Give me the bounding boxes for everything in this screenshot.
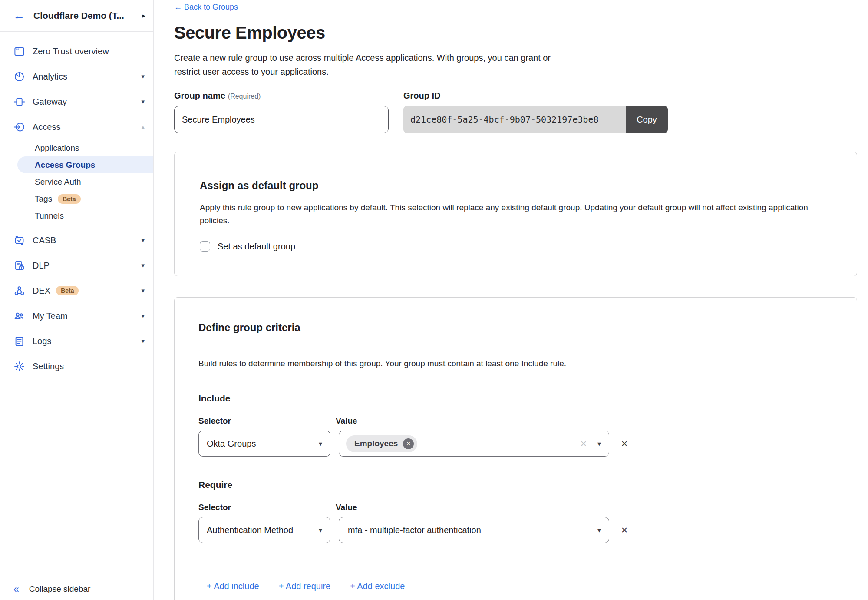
logs-icon (13, 335, 25, 347)
sidebar-item-settings[interactable]: Settings (0, 354, 153, 379)
require-value-dropdown[interactable]: mfa - multiple-factor authentication ▾ (339, 517, 609, 543)
sidebar-item-tags[interactable]: Tags Beta (0, 190, 153, 207)
collapse-sidebar-icon: « (13, 584, 19, 594)
remove-include-rule-icon[interactable]: ✕ (621, 439, 628, 449)
group-name-field: Group name(Required) (174, 91, 389, 133)
sidebar-item-label: CASB (33, 235, 141, 245)
set-default-group-checkbox[interactable] (200, 241, 210, 252)
add-rule-links: + Add include + Add require + Add exclud… (198, 581, 832, 591)
default-group-card-title: Assign as default group (200, 179, 832, 192)
sidebar-item-dlp[interactable]: DLP ▾ (0, 253, 153, 278)
sidebar-item-casb[interactable]: CASB ▾ (0, 228, 153, 253)
required-hint: (Required) (228, 93, 261, 100)
sidebar-item-label: DLP (33, 261, 141, 271)
group-name-id-row: Group name(Required) Group ID d21ce80f-5… (174, 91, 868, 133)
require-selector-dropdown[interactable]: Authentication Method ▾ (198, 517, 330, 543)
sidebar-header: ← Cloudflare Demo (T... ▸ (0, 0, 153, 32)
main-content: ← Back to Groups Secure Employees Create… (154, 0, 868, 600)
org-name[interactable]: Cloudflare Demo (T... (33, 10, 142, 21)
add-exclude-link[interactable]: + Add exclude (350, 581, 405, 591)
require-value: mfa - multiple-factor authentication (347, 525, 597, 535)
include-selector-dropdown[interactable]: Okta Groups ▾ (198, 431, 330, 457)
add-include-link[interactable]: + Add include (207, 581, 259, 591)
group-name-label-text: Group name (174, 91, 225, 100)
back-to-groups-link[interactable]: ← Back to Groups (174, 3, 238, 12)
access-icon (13, 121, 25, 133)
employees-chip-remove-icon[interactable]: ✕ (403, 438, 414, 449)
chevron-down-icon[interactable]: ▾ (141, 337, 145, 345)
sidebar-nav: Zero Trust overview Analytics ▾ Gateway … (0, 32, 153, 383)
clear-values-icon[interactable]: ✕ (580, 439, 587, 449)
sidebar-item-label: Settings (33, 361, 145, 371)
casb-icon (13, 235, 25, 246)
beta-badge: Beta (58, 194, 80, 204)
sidebar-item-access-groups[interactable]: Access Groups (17, 156, 153, 173)
access-sub-list: Applications Access Groups Service Auth … (0, 139, 153, 224)
add-require-link[interactable]: + Add require (279, 581, 331, 591)
include-rule-row: Okta Groups ▾ Employees ✕ ✕ ▾ ✕ (198, 431, 832, 457)
chevron-down-icon: ▾ (319, 526, 322, 534)
sidebar-item-access[interactable]: Access ▴ (0, 114, 153, 139)
selector-label: Selector (198, 502, 231, 512)
sidebar-item-applications[interactable]: Applications (0, 139, 153, 156)
chevron-down-icon[interactable]: ▾ (141, 312, 145, 320)
remove-require-rule-icon[interactable]: ✕ (621, 525, 628, 535)
sidebar-item-label: DEX (33, 286, 50, 296)
chevron-down-icon: ▾ (597, 526, 601, 534)
my-team-icon (13, 310, 25, 322)
chevron-down-icon[interactable]: ▾ (141, 73, 145, 80)
sidebar-item-zero-trust-overview[interactable]: Zero Trust overview (0, 39, 153, 64)
sidebar-item-dex[interactable]: DEX Beta ▾ (0, 278, 153, 303)
collapse-sidebar-label: Collapse sidebar (29, 584, 91, 594)
page-title: Secure Employees (174, 22, 868, 43)
dlp-icon (13, 260, 25, 272)
selector-label: Selector (198, 416, 231, 426)
beta-badge: Beta (56, 286, 79, 295)
require-labels: Selector Value (198, 502, 832, 512)
sidebar-item-gateway[interactable]: Gateway ▾ (0, 89, 153, 114)
criteria-card-title: Define group criteria (198, 321, 832, 334)
chevron-down-icon[interactable]: ▾ (141, 262, 145, 269)
employees-chip: Employees ✕ (346, 435, 417, 452)
sidebar-divider (0, 383, 153, 383)
group-name-label: Group name(Required) (174, 91, 389, 101)
include-value-multiselect[interactable]: Employees ✕ ✕ ▾ (339, 431, 609, 457)
employees-chip-label: Employees (354, 439, 398, 448)
sub-item-label: Service Auth (35, 177, 81, 187)
zero-trust-overview-icon (13, 46, 25, 57)
chevron-up-icon[interactable]: ▴ (141, 123, 145, 131)
chevron-down-icon[interactable]: ▾ (141, 98, 145, 106)
value-label: Value (336, 502, 357, 512)
back-arrow-icon[interactable]: ← (13, 10, 25, 22)
collapse-sidebar-button[interactable]: « Collapse sidebar (0, 578, 153, 600)
value-label: Value (336, 416, 357, 426)
sidebar-item-tunnels[interactable]: Tunnels (0, 207, 153, 224)
chevron-down-icon: ▾ (597, 440, 601, 448)
include-selector-value: Okta Groups (207, 439, 319, 449)
sidebar-item-service-auth[interactable]: Service Auth (0, 173, 153, 190)
group-id-value: d21ce80f-5a25-4bcf-9b07-5032197e3be8 (403, 106, 626, 133)
sidebar-item-my-team[interactable]: My Team ▾ (0, 303, 153, 328)
criteria-card: Define group criteria Build rules to det… (174, 297, 857, 600)
chevron-right-icon[interactable]: ▸ (142, 12, 145, 20)
default-group-card-description: Apply this rule group to new application… (200, 201, 816, 227)
chevron-down-icon[interactable]: ▾ (141, 236, 145, 244)
criteria-card-description: Build rules to determine membership of t… (198, 357, 832, 370)
sidebar-item-label: Analytics (33, 72, 141, 82)
copy-button[interactable]: Copy (626, 106, 668, 133)
group-name-input[interactable] (174, 106, 389, 133)
page-description: Create a new rule group to use across mu… (174, 51, 556, 79)
group-id-label: Group ID (403, 91, 668, 101)
sidebar-item-label: Zero Trust overview (33, 46, 145, 56)
sub-item-label: Tunnels (35, 211, 64, 221)
gateway-icon (13, 96, 25, 108)
sidebar-item-label: My Team (33, 311, 141, 321)
chevron-down-icon[interactable]: ▾ (141, 287, 145, 295)
sidebar-item-analytics[interactable]: Analytics ▾ (0, 64, 153, 89)
require-selector-value: Authentication Method (207, 525, 319, 535)
sidebar-item-logs[interactable]: Logs ▾ (0, 328, 153, 354)
sidebar-item-label: Access (33, 122, 141, 132)
default-group-card: Assign as default group Apply this rule … (174, 152, 857, 276)
sub-item-label: Tags (35, 194, 52, 204)
set-default-group-row[interactable]: Set as default group (200, 241, 832, 252)
